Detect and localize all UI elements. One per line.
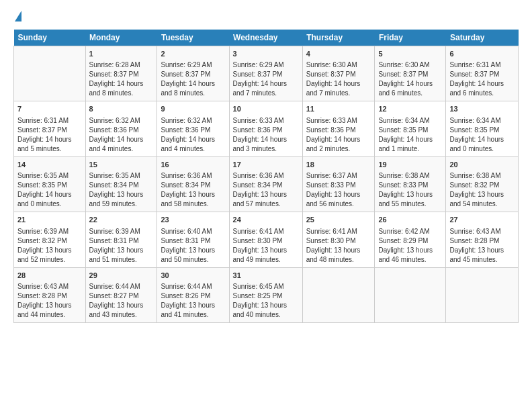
cell-info: Daylight: 14 hours bbox=[89, 79, 154, 89]
calendar-cell: 25Sunrise: 6:41 AMSunset: 8:30 PMDayligh… bbox=[302, 212, 375, 267]
cell-info: and 44 minutes. bbox=[17, 310, 82, 320]
day-number: 17 bbox=[233, 160, 299, 170]
cell-info: Sunset: 8:37 PM bbox=[17, 126, 82, 135]
cell-info: Sunset: 8:35 PM bbox=[17, 181, 82, 190]
cell-info: Daylight: 14 hours bbox=[17, 135, 82, 144]
cell-info: Daylight: 13 hours bbox=[306, 190, 371, 199]
cell-info: and 52 minutes. bbox=[17, 255, 82, 265]
cell-info: Daylight: 13 hours bbox=[233, 246, 299, 255]
cell-info: Sunrise: 6:43 AM bbox=[449, 227, 515, 236]
cell-info: and 4 minutes. bbox=[89, 144, 154, 154]
cell-info: Daylight: 14 hours bbox=[17, 190, 82, 199]
cell-info: Sunset: 8:32 PM bbox=[17, 236, 82, 246]
cell-info: Sunrise: 6:40 AM bbox=[161, 227, 225, 236]
cell-info: and 54 minutes. bbox=[449, 199, 515, 209]
cell-info: Sunset: 8:36 PM bbox=[89, 126, 154, 135]
calendar-cell: 5Sunrise: 6:30 AMSunset: 8:37 PMDaylight… bbox=[375, 46, 446, 101]
calendar-cell: 11Sunrise: 6:33 AMSunset: 8:36 PMDayligh… bbox=[302, 101, 375, 156]
cell-info: Daylight: 13 hours bbox=[378, 246, 442, 255]
calendar-cell: 2Sunrise: 6:29 AMSunset: 8:37 PMDaylight… bbox=[157, 46, 229, 101]
calendar-cell: 6Sunrise: 6:31 AMSunset: 8:37 PMDaylight… bbox=[446, 46, 519, 101]
day-number: 14 bbox=[17, 160, 82, 170]
cell-info: Daylight: 13 hours bbox=[233, 301, 299, 310]
day-number: 3 bbox=[233, 49, 299, 59]
cell-info: and 6 minutes. bbox=[449, 89, 515, 98]
cell-info: Sunrise: 6:38 AM bbox=[378, 171, 442, 181]
day-number: 5 bbox=[378, 49, 442, 59]
cell-info: Sunrise: 6:31 AM bbox=[17, 116, 82, 126]
cell-info: Daylight: 14 hours bbox=[449, 79, 515, 89]
day-number: 24 bbox=[233, 215, 299, 225]
cell-info: Sunset: 8:37 PM bbox=[306, 70, 371, 79]
cell-info: Sunset: 8:37 PM bbox=[89, 70, 154, 79]
cell-info: Sunset: 8:26 PM bbox=[161, 291, 225, 301]
day-number: 12 bbox=[378, 104, 442, 114]
cell-info: Sunset: 8:28 PM bbox=[17, 291, 82, 301]
day-number: 31 bbox=[233, 271, 299, 281]
cell-info: Sunset: 8:34 PM bbox=[89, 181, 154, 190]
page: SundayMondayTuesdayWednesdayThursdayFrid… bbox=[0, 0, 532, 330]
cell-info: Daylight: 13 hours bbox=[89, 190, 154, 199]
cell-info: Sunset: 8:31 PM bbox=[161, 236, 225, 246]
cell-info: Sunrise: 6:44 AM bbox=[161, 282, 225, 291]
calendar-cell: 7Sunrise: 6:31 AMSunset: 8:37 PMDaylight… bbox=[14, 101, 86, 156]
day-number: 16 bbox=[161, 160, 225, 170]
calendar-cell: 16Sunrise: 6:36 AMSunset: 8:34 PMDayligh… bbox=[157, 156, 229, 212]
cell-info: Sunrise: 6:33 AM bbox=[233, 116, 299, 126]
week-row-1: 1Sunrise: 6:28 AMSunset: 8:37 PMDaylight… bbox=[14, 46, 519, 101]
cell-info: and 1 minute. bbox=[378, 144, 442, 154]
cell-info: Daylight: 14 hours bbox=[233, 79, 299, 89]
week-row-5: 28Sunrise: 6:43 AMSunset: 8:28 PMDayligh… bbox=[14, 267, 519, 322]
calendar-table: SundayMondayTuesdayWednesdayThursdayFrid… bbox=[13, 30, 519, 323]
cell-info: Sunset: 8:31 PM bbox=[89, 236, 154, 246]
calendar-cell bbox=[14, 46, 86, 101]
day-number: 22 bbox=[89, 215, 154, 225]
cell-info: Sunset: 8:30 PM bbox=[306, 236, 371, 246]
logo bbox=[13, 11, 21, 23]
cell-info: Sunrise: 6:35 AM bbox=[89, 171, 154, 181]
calendar-cell bbox=[302, 267, 375, 322]
cell-info: Daylight: 14 hours bbox=[233, 135, 299, 144]
cell-info: and 0 minutes. bbox=[17, 199, 82, 209]
day-number: 26 bbox=[378, 215, 442, 225]
cell-info: Sunrise: 6:43 AM bbox=[17, 282, 82, 291]
day-number: 7 bbox=[17, 104, 82, 114]
cell-info: Daylight: 14 hours bbox=[306, 79, 371, 89]
day-number: 2 bbox=[161, 49, 225, 59]
day-number: 8 bbox=[89, 104, 154, 114]
calendar-cell: 27Sunrise: 6:43 AMSunset: 8:28 PMDayligh… bbox=[446, 212, 519, 267]
cell-info: and 45 minutes. bbox=[449, 255, 515, 265]
week-row-4: 21Sunrise: 6:39 AMSunset: 8:32 PMDayligh… bbox=[14, 212, 519, 267]
calendar-cell: 31Sunrise: 6:45 AMSunset: 8:25 PMDayligh… bbox=[229, 267, 302, 322]
cell-info: Sunrise: 6:36 AM bbox=[161, 171, 225, 181]
logo-triangle-icon bbox=[15, 11, 21, 21]
day-header-saturday: Saturday bbox=[446, 30, 519, 46]
cell-info: Daylight: 13 hours bbox=[89, 301, 154, 310]
cell-info: Daylight: 13 hours bbox=[449, 190, 515, 199]
cell-info: Sunset: 8:33 PM bbox=[378, 181, 442, 190]
day-number: 6 bbox=[449, 49, 515, 59]
cell-info: and 7 minutes. bbox=[306, 89, 371, 98]
cell-info: and 8 minutes. bbox=[89, 89, 154, 98]
cell-info: Daylight: 13 hours bbox=[161, 190, 225, 199]
week-row-3: 14Sunrise: 6:35 AMSunset: 8:35 PMDayligh… bbox=[14, 156, 519, 212]
cell-info: Sunset: 8:36 PM bbox=[161, 126, 225, 135]
cell-info: Daylight: 13 hours bbox=[449, 246, 515, 255]
cell-info: and 40 minutes. bbox=[233, 310, 299, 320]
cell-info: and 2 minutes. bbox=[306, 144, 371, 154]
cell-info: Sunrise: 6:37 AM bbox=[306, 171, 371, 181]
cell-info: Sunrise: 6:30 AM bbox=[306, 60, 371, 70]
cell-info: Sunset: 8:35 PM bbox=[449, 126, 515, 135]
cell-info: Sunrise: 6:28 AM bbox=[89, 60, 154, 70]
cell-info: Sunrise: 6:41 AM bbox=[233, 227, 299, 236]
cell-info: and 41 minutes. bbox=[161, 310, 225, 320]
day-header-thursday: Thursday bbox=[302, 30, 375, 46]
calendar-cell: 17Sunrise: 6:36 AMSunset: 8:34 PMDayligh… bbox=[229, 156, 302, 212]
day-number: 27 bbox=[449, 215, 515, 225]
day-number: 11 bbox=[306, 104, 371, 114]
header bbox=[13, 11, 519, 23]
cell-info: Sunset: 8:37 PM bbox=[449, 70, 515, 79]
day-number: 28 bbox=[17, 271, 82, 281]
cell-info: and 50 minutes. bbox=[161, 255, 225, 265]
day-number: 13 bbox=[449, 104, 515, 114]
